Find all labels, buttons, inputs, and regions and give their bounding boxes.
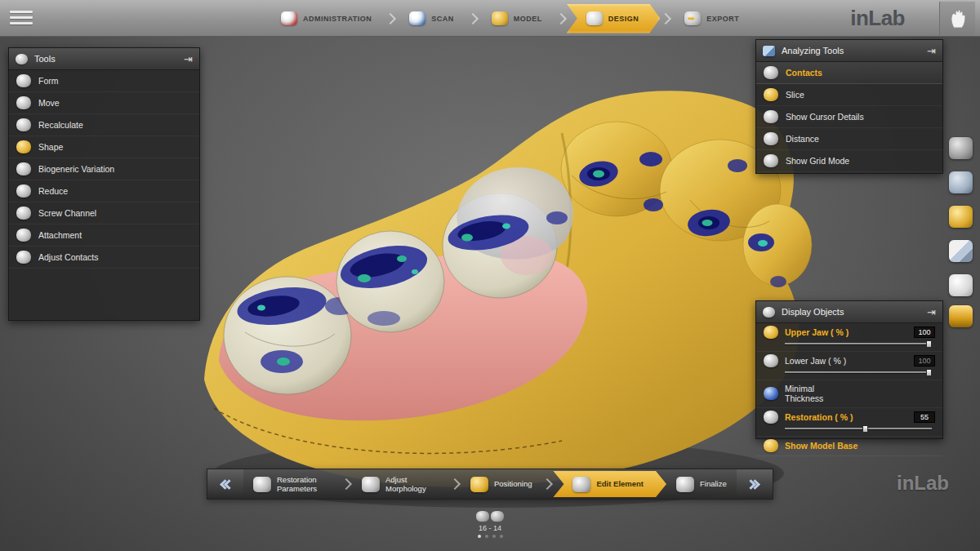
display-item-upper-jaw[interactable]: Upper Jaw ( % ) 100 (756, 323, 942, 352)
collapse-panel-icon[interactable]: ⇥ (184, 54, 193, 64)
tool-item-label: Attachment (38, 230, 82, 240)
analyzing-item-show-cursor-details[interactable]: Show Cursor Details (756, 106, 942, 128)
tool-item-label: Recalculate (38, 120, 83, 130)
screw-channel-icon (16, 207, 31, 220)
biogeneric-variation-icon (16, 162, 31, 176)
display-item-restoration[interactable]: Restoration ( % ) 55 (756, 408, 942, 437)
nav-step-label: ADMINISTRATION (303, 15, 372, 23)
model-icon (492, 11, 508, 25)
restoration-value[interactable]: 55 (914, 411, 935, 423)
tool-item-shape[interactable]: Shape (9, 136, 199, 158)
adjust-contacts-icon (16, 251, 31, 264)
design-icon (586, 11, 603, 25)
tool-item-screw-channel[interactable]: Screw Channel (9, 202, 199, 224)
bottom-step-restoration-parameters[interactable]: Restoration Parameters (243, 469, 341, 499)
nav-step-label: EXPORT (706, 15, 739, 23)
tool-item-reduce[interactable]: Reduce (9, 180, 199, 202)
nav-step-label: MODEL (514, 15, 542, 23)
grid-mode-icon (764, 154, 778, 167)
lower-jaw-icon (764, 354, 778, 367)
restoration-icon (764, 411, 778, 424)
form-icon (16, 74, 31, 87)
chevron-separator-icon (660, 12, 671, 24)
next-steps-button[interactable] (737, 469, 773, 499)
display-objects-icon (763, 307, 775, 318)
upper-jaw-value[interactable]: 100 (914, 327, 935, 338)
analyzing-item-slice[interactable]: Slice (756, 84, 942, 106)
analyzing-item-label: Distance (786, 134, 819, 144)
tooth-range-label: 16 - 14 (479, 524, 501, 532)
nav-step-design[interactable]: DESIGN (567, 4, 661, 33)
slider-handle[interactable] (926, 369, 932, 376)
inlab-watermark: inLab (897, 472, 949, 495)
bottom-step-label: Edit Element (596, 479, 644, 488)
bottom-step-edit-element[interactable]: Edit Element (553, 471, 666, 497)
tool-item-recalculate[interactable]: Recalculate (9, 114, 199, 136)
restoration-pager-dots[interactable] (478, 535, 503, 538)
notepad-icon[interactable] (949, 274, 973, 296)
move-icon (16, 96, 31, 109)
previous-steps-button[interactable] (207, 469, 243, 499)
hand-tool-icon (948, 8, 968, 29)
tool-item-adjust-contacts[interactable]: Adjust Contacts (9, 247, 199, 269)
analyzing-item-show-grid-mode[interactable]: Show Grid Mode (756, 150, 942, 172)
lower-jaw-slider[interactable] (785, 369, 932, 376)
layer-stack-icon[interactable] (949, 305, 973, 327)
shape-icon (16, 140, 31, 153)
card-stack-icon[interactable] (949, 240, 973, 262)
nav-step-label: DESIGN (608, 15, 639, 23)
bottom-step-adjust-morphology[interactable]: Adjust Morphology (352, 469, 449, 499)
tooth-indicator-icon[interactable] (491, 511, 504, 522)
lower-jaw-value[interactable]: 100 (914, 355, 935, 367)
collapse-panel-icon[interactable]: ⇥ (927, 46, 936, 56)
upper-jaw-slider[interactable] (785, 340, 932, 348)
tool-item-attachment[interactable]: Attachment (9, 224, 199, 247)
display-item-minimal-thickness[interactable]: Minimal Thickness (756, 380, 942, 408)
display-item-lower-jaw[interactable]: Lower Jaw ( % ) 100 (756, 352, 942, 380)
nav-step-administration[interactable]: ADMINISTRATION (268, 4, 385, 33)
tooth-indicator-icon[interactable] (476, 511, 489, 522)
minimal-thickness-icon (764, 387, 778, 400)
panel-title: Analyzing Tools (782, 46, 844, 56)
restoration-slider[interactable] (785, 425, 932, 433)
hand-tool-button[interactable] (939, 2, 975, 35)
tool-item-label: Shape (38, 142, 63, 152)
display-objects-header[interactable]: Display Objects ⇥ (756, 301, 942, 323)
collapse-panel-icon[interactable]: ⇥ (927, 307, 936, 318)
tool-item-form[interactable]: Form (9, 70, 199, 92)
bottom-step-positioning[interactable]: Positioning (461, 469, 541, 499)
display-item-label: Restoration ( % ) (785, 412, 853, 422)
reduce-icon (16, 184, 31, 198)
analyzing-item-label: Show Cursor Details (786, 112, 864, 122)
display-objects-panel: Display Objects ⇥ Upper Jaw ( % ) 100 Lo… (755, 300, 943, 439)
positioning-icon (470, 477, 488, 492)
tool-item-biogeneric-variation[interactable]: Biogeneric Variation (9, 158, 199, 180)
model-box-icon[interactable] (949, 171, 973, 193)
tools-panel-header[interactable]: Tools ⇥ (9, 48, 199, 70)
adjust-morphology-icon (362, 477, 380, 492)
slider-handle[interactable] (862, 425, 868, 433)
analyzing-item-contacts[interactable]: Contacts (756, 62, 942, 84)
analyzing-tools-header[interactable]: Analyzing Tools ⇥ (756, 40, 942, 62)
nav-step-model[interactable]: MODEL (479, 4, 555, 33)
tool-item-move[interactable]: Move (9, 92, 199, 114)
app-logo: inLab (850, 6, 905, 31)
tools-panel: Tools ⇥ Form Move Recalculate Shape Biog… (8, 47, 200, 321)
edit-element-icon (572, 477, 590, 492)
analyzing-item-distance[interactable]: Distance (756, 128, 942, 150)
upper-jaw-icon (764, 326, 778, 339)
slider-handle[interactable] (926, 340, 932, 348)
chevron-separator-icon (385, 12, 396, 24)
hamburger-menu-icon[interactable] (10, 11, 33, 27)
analyzing-item-label: Contacts (786, 68, 822, 78)
top-bar: ADMINISTRATION SCAN MODEL DESIGN EXPORT … (0, 0, 980, 37)
cube-tool-icon[interactable] (949, 137, 973, 159)
display-item-show-model-base[interactable]: Show Model Base (756, 437, 942, 456)
bottom-step-label: Restoration Parameters (277, 475, 331, 494)
bottom-step-finalize[interactable]: Finalize (666, 469, 737, 499)
display-item-label: Minimal Thickness (785, 384, 850, 403)
nav-step-scan[interactable]: SCAN (396, 4, 467, 33)
nav-step-export[interactable]: EXPORT (671, 4, 752, 33)
gold-block-icon[interactable] (949, 206, 973, 228)
tool-item-label: Biogeneric Variation (38, 164, 114, 174)
